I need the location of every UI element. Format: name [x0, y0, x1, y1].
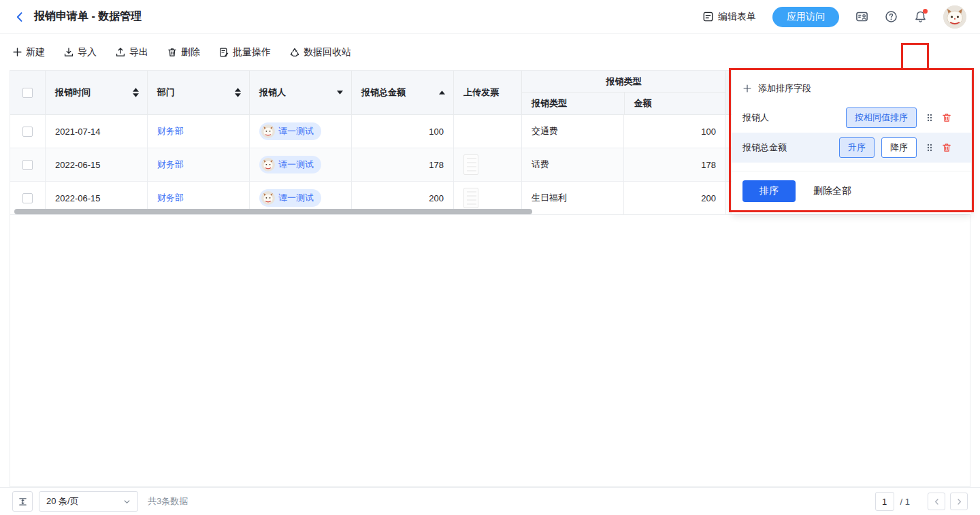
column-header-total[interactable]: 报销总金额 — [352, 71, 454, 114]
invoice-thumbnail[interactable] — [463, 188, 478, 208]
row-checkbox[interactable] — [22, 193, 33, 203]
row-height-button[interactable] — [12, 491, 33, 512]
cell-type: 生日福利 — [522, 182, 624, 214]
user-avatar[interactable] — [943, 5, 966, 29]
row-checkbox[interactable] — [22, 160, 33, 170]
help-icon — [885, 10, 898, 23]
header-checkbox-cell — [10, 71, 46, 114]
recycle-bin-label: 数据回收站 — [304, 46, 351, 59]
person-name: 谭一测试 — [278, 159, 314, 171]
plus-icon — [742, 84, 752, 93]
sort-carets-icon[interactable] — [235, 88, 241, 97]
cell-type: 话费 — [522, 148, 624, 181]
dept-link[interactable]: 财务部 — [157, 192, 184, 204]
add-sort-field-button[interactable]: 添加排序字段 — [732, 70, 971, 103]
row-checkbox-cell — [10, 115, 46, 148]
same-value-sort-button[interactable]: 按相同值排序 — [846, 107, 917, 128]
export-label: 导出 — [129, 46, 148, 59]
filter-caret-icon[interactable] — [337, 90, 343, 95]
column-label-person: 报销人 — [259, 86, 286, 99]
person-name: 谭一测试 — [278, 192, 314, 204]
sort-carets-icon[interactable] — [133, 88, 139, 97]
import-button[interactable]: 导入 — [63, 46, 97, 59]
dept-link[interactable]: 财务部 — [157, 125, 184, 137]
chevron-right-icon — [956, 498, 963, 505]
apply-sort-button[interactable]: 排序 — [742, 180, 796, 202]
cell-amount: 200 — [624, 182, 726, 214]
column-label-time: 报销时间 — [55, 86, 91, 99]
export-button[interactable]: 导出 — [115, 46, 148, 59]
column-header-invoice[interactable]: 上传发票 — [454, 71, 522, 114]
pagination-bar: 20 条/页 共3条数据 / 1 — [0, 487, 980, 515]
new-button[interactable]: 新建 — [12, 46, 45, 59]
back-button[interactable] — [14, 11, 26, 23]
new-label: 新建 — [26, 46, 45, 59]
app-access-button[interactable]: 应用访问 — [772, 7, 839, 27]
column-header-subtype[interactable]: 报销类型 — [522, 93, 624, 114]
column-label-dept: 部门 — [157, 86, 175, 99]
delete-rule-button[interactable] — [941, 112, 952, 123]
person-tag[interactable]: 谭一测试 — [259, 122, 321, 140]
table-toolbar: 新建 导入 导出 删除 批量操作 数据回收站 1 — [0, 34, 980, 70]
chevron-left-icon — [14, 11, 26, 23]
cell-invoice — [454, 115, 522, 148]
column-header-amount[interactable]: 金额 — [624, 93, 726, 114]
person-tag[interactable]: 谭一测试 — [259, 189, 321, 207]
next-page-button[interactable] — [950, 493, 968, 510]
row-checkbox[interactable] — [22, 127, 33, 137]
recycle-bin-button[interactable]: 数据回收站 — [289, 46, 351, 59]
delete-button[interactable]: 删除 — [167, 46, 200, 59]
page-title: 报销申请单 - 数据管理 — [34, 10, 142, 24]
notification-button[interactable] — [914, 10, 927, 23]
person-tag[interactable]: 谭一测试 — [259, 156, 321, 173]
drag-handle-icon[interactable] — [926, 143, 933, 152]
cell-amount: 100 — [624, 115, 726, 148]
cat-avatar-icon — [261, 124, 275, 138]
cell-invoice — [454, 148, 522, 181]
page-size-select[interactable]: 20 条/页 — [39, 491, 138, 512]
trash-icon — [167, 47, 178, 58]
plus-icon — [12, 47, 22, 57]
chevron-down-icon — [123, 498, 131, 505]
batch-actions-button[interactable]: 批量操作 — [218, 46, 271, 59]
sort-asc-icon[interactable] — [439, 90, 445, 95]
top-bar: 报销申请单 - 数据管理 编辑表单 应用访问 — [0, 0, 980, 34]
recycle-icon — [289, 47, 300, 58]
horizontal-scrollbar[interactable] — [14, 209, 532, 214]
row-checkbox-cell — [10, 148, 46, 181]
sort-rule-person: 报销人 按相同值排序 — [732, 103, 971, 133]
cell-date: 2022-06-15 — [46, 148, 148, 181]
cell-total: 178 — [352, 148, 454, 181]
delete-label: 删除 — [181, 46, 200, 59]
delete-rule-button[interactable] — [941, 142, 952, 153]
ascending-button[interactable]: 升序 — [839, 137, 875, 158]
dept-link[interactable]: 财务部 — [157, 159, 184, 171]
cell-person: 谭一测试 — [250, 115, 352, 148]
sort-rule-field: 报销人 — [742, 112, 846, 124]
sort-panel: 添加排序字段 报销人 按相同值排序 报销总金额 升序 降序 排序 删除全部 — [732, 70, 971, 214]
row-height-icon — [18, 497, 28, 507]
edit-form-button[interactable]: 编辑表单 — [702, 11, 756, 23]
column-header-person[interactable]: 报销人 — [250, 71, 352, 114]
column-label-amount: 金额 — [634, 97, 652, 110]
chevron-left-icon — [933, 498, 941, 505]
id-card-icon — [855, 10, 868, 23]
cat-avatar-icon — [261, 191, 275, 205]
edit-form-label: 编辑表单 — [718, 11, 756, 23]
page-number-input[interactable] — [875, 492, 894, 511]
invoice-thumbnail[interactable] — [463, 154, 478, 175]
id-card-button[interactable] — [855, 10, 868, 23]
column-header-dept[interactable]: 部门 — [148, 71, 250, 114]
select-all-checkbox[interactable] — [22, 88, 33, 98]
cell-amount: 178 — [624, 148, 726, 181]
batch-actions-label: 批量操作 — [233, 46, 271, 59]
clear-all-button[interactable]: 删除全部 — [813, 185, 851, 197]
cell-date: 2021-07-14 — [46, 115, 148, 148]
help-button[interactable] — [885, 10, 898, 23]
column-header-time[interactable]: 报销时间 — [46, 71, 148, 114]
prev-page-button[interactable] — [928, 493, 945, 510]
cell-person: 谭一测试 — [250, 148, 352, 181]
sort-rule-total: 报销总金额 升序 降序 — [732, 133, 971, 163]
drag-handle-icon[interactable] — [926, 113, 933, 122]
descending-button[interactable]: 降序 — [881, 137, 917, 158]
